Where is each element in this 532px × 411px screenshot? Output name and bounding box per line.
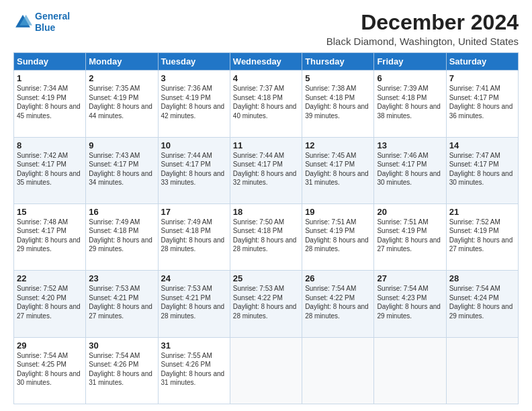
- day-info: Sunrise: 7:39 AMSunset: 4:18 PMDaylight:…: [377, 85, 441, 120]
- calendar-cell: 27 Sunrise: 7:54 AMSunset: 4:23 PMDaylig…: [374, 271, 446, 337]
- day-number: 26: [305, 273, 371, 283]
- calendar-cell: 21 Sunrise: 7:52 AMSunset: 4:19 PMDaylig…: [446, 203, 518, 270]
- day-number: 20: [377, 207, 443, 217]
- day-info: Sunrise: 7:36 AMSunset: 4:19 PMDaylight:…: [161, 85, 225, 120]
- calendar-cell: 28 Sunrise: 7:54 AMSunset: 4:24 PMDaylig…: [446, 271, 518, 337]
- calendar-cell: 5 Sunrise: 7:38 AMSunset: 4:18 PMDayligh…: [302, 71, 374, 137]
- calendar-cell: 10 Sunrise: 7:44 AMSunset: 4:17 PMDaylig…: [158, 137, 230, 203]
- day-number: 18: [233, 207, 299, 217]
- day-info: Sunrise: 7:54 AMSunset: 4:23 PMDaylight:…: [377, 285, 441, 320]
- day-number: 16: [89, 207, 154, 217]
- day-info: Sunrise: 7:35 AMSunset: 4:19 PMDaylight:…: [89, 85, 152, 120]
- calendar-header-thursday: Thursday: [302, 53, 374, 71]
- calendar-cell: 8 Sunrise: 7:42 AMSunset: 4:17 PMDayligh…: [14, 137, 86, 203]
- day-number: 25: [233, 273, 299, 283]
- calendar-cell: 30 Sunrise: 7:54 AMSunset: 4:26 PMDaylig…: [86, 337, 158, 404]
- calendar-cell: 20 Sunrise: 7:51 AMSunset: 4:19 PMDaylig…: [374, 203, 446, 270]
- calendar-header-saturday: Saturday: [446, 53, 518, 71]
- title-block: December 2024 Black Diamond, Washington,…: [326, 11, 519, 47]
- calendar-week-5: 29 Sunrise: 7:54 AMSunset: 4:25 PMDaylig…: [14, 337, 519, 404]
- day-number: 24: [161, 273, 227, 283]
- day-info: Sunrise: 7:38 AMSunset: 4:18 PMDaylight:…: [305, 85, 369, 120]
- header: General Blue December 2024 Black Diamond…: [13, 11, 519, 47]
- day-number: 7: [449, 73, 515, 83]
- day-number: 3: [161, 73, 227, 83]
- day-info: Sunrise: 7:51 AMSunset: 4:19 PMDaylight:…: [305, 218, 369, 253]
- logo-icon: [13, 13, 32, 32]
- day-info: Sunrise: 7:34 AMSunset: 4:19 PMDaylight:…: [17, 85, 81, 120]
- day-info: Sunrise: 7:54 AMSunset: 4:22 PMDaylight:…: [305, 285, 369, 320]
- day-info: Sunrise: 7:55 AMSunset: 4:26 PMDaylight:…: [161, 352, 225, 387]
- calendar-cell: 31 Sunrise: 7:55 AMSunset: 4:26 PMDaylig…: [158, 337, 230, 404]
- calendar-cell: 29 Sunrise: 7:54 AMSunset: 4:25 PMDaylig…: [14, 337, 86, 404]
- day-number: 29: [17, 340, 83, 351]
- calendar-cell: 25 Sunrise: 7:53 AMSunset: 4:22 PMDaylig…: [230, 271, 302, 337]
- day-info: Sunrise: 7:53 AMSunset: 4:21 PMDaylight:…: [89, 285, 152, 320]
- day-info: Sunrise: 7:41 AMSunset: 4:17 PMDaylight:…: [449, 85, 513, 120]
- day-number: 1: [17, 73, 83, 83]
- day-number: 6: [377, 73, 443, 83]
- day-number: 27: [377, 273, 443, 283]
- calendar-cell: 14 Sunrise: 7:47 AMSunset: 4:17 PMDaylig…: [446, 137, 518, 203]
- calendar-week-4: 22 Sunrise: 7:52 AMSunset: 4:20 PMDaylig…: [14, 271, 519, 337]
- day-info: Sunrise: 7:49 AMSunset: 4:18 PMDaylight:…: [89, 218, 152, 253]
- day-number: 10: [161, 140, 227, 150]
- day-number: 11: [233, 140, 299, 150]
- calendar-cell: 18 Sunrise: 7:50 AMSunset: 4:18 PMDaylig…: [230, 203, 302, 270]
- day-number: 22: [17, 273, 83, 283]
- day-info: Sunrise: 7:48 AMSunset: 4:17 PMDaylight:…: [17, 218, 81, 253]
- logo-line2: Blue: [35, 22, 55, 33]
- day-number: 21: [449, 207, 515, 217]
- day-number: 5: [305, 73, 371, 83]
- calendar-cell: 15 Sunrise: 7:48 AMSunset: 4:17 PMDaylig…: [14, 203, 86, 270]
- day-info: Sunrise: 7:43 AMSunset: 4:17 PMDaylight:…: [89, 152, 152, 187]
- calendar-header-wednesday: Wednesday: [230, 53, 302, 71]
- day-info: Sunrise: 7:42 AMSunset: 4:17 PMDaylight:…: [17, 152, 81, 187]
- calendar-week-3: 15 Sunrise: 7:48 AMSunset: 4:17 PMDaylig…: [14, 203, 519, 270]
- day-number: 8: [17, 140, 83, 150]
- day-number: 2: [89, 73, 154, 83]
- subtitle: Black Diamond, Washington, United States: [326, 36, 519, 47]
- calendar-cell: 2 Sunrise: 7:35 AMSunset: 4:19 PMDayligh…: [86, 71, 158, 137]
- day-info: Sunrise: 7:53 AMSunset: 4:22 PMDaylight:…: [233, 285, 297, 320]
- day-number: 12: [305, 140, 371, 150]
- day-info: Sunrise: 7:44 AMSunset: 4:17 PMDaylight:…: [161, 152, 225, 187]
- calendar-table: SundayMondayTuesdayWednesdayThursdayFrid…: [13, 52, 519, 404]
- day-number: 13: [377, 140, 443, 150]
- page: General Blue December 2024 Black Diamond…: [0, 0, 532, 411]
- calendar-cell: 4 Sunrise: 7:37 AMSunset: 4:18 PMDayligh…: [230, 71, 302, 137]
- day-info: Sunrise: 7:45 AMSunset: 4:17 PMDaylight:…: [305, 152, 369, 187]
- day-info: Sunrise: 7:50 AMSunset: 4:18 PMDaylight:…: [233, 218, 297, 253]
- calendar-cell: 23 Sunrise: 7:53 AMSunset: 4:21 PMDaylig…: [86, 271, 158, 337]
- calendar-cell: 26 Sunrise: 7:54 AMSunset: 4:22 PMDaylig…: [302, 271, 374, 337]
- calendar-header-tuesday: Tuesday: [158, 53, 230, 71]
- day-info: Sunrise: 7:52 AMSunset: 4:20 PMDaylight:…: [17, 285, 81, 320]
- calendar-cell: 24 Sunrise: 7:53 AMSunset: 4:21 PMDaylig…: [158, 271, 230, 337]
- day-info: Sunrise: 7:37 AMSunset: 4:18 PMDaylight:…: [233, 85, 297, 120]
- calendar-cell: 17 Sunrise: 7:49 AMSunset: 4:18 PMDaylig…: [158, 203, 230, 270]
- calendar-cell: 22 Sunrise: 7:52 AMSunset: 4:20 PMDaylig…: [14, 271, 86, 337]
- day-info: Sunrise: 7:47 AMSunset: 4:17 PMDaylight:…: [449, 152, 513, 187]
- day-info: Sunrise: 7:44 AMSunset: 4:17 PMDaylight:…: [233, 152, 297, 187]
- day-info: Sunrise: 7:52 AMSunset: 4:19 PMDaylight:…: [449, 218, 513, 253]
- calendar-cell: 13 Sunrise: 7:46 AMSunset: 4:17 PMDaylig…: [374, 137, 446, 203]
- day-info: Sunrise: 7:53 AMSunset: 4:21 PMDaylight:…: [161, 285, 225, 320]
- logo-text: General Blue: [35, 11, 70, 34]
- day-number: 19: [305, 207, 371, 217]
- day-number: 15: [17, 207, 83, 217]
- day-info: Sunrise: 7:51 AMSunset: 4:19 PMDaylight:…: [377, 218, 441, 253]
- calendar-cell: 12 Sunrise: 7:45 AMSunset: 4:17 PMDaylig…: [302, 137, 374, 203]
- calendar-header-friday: Friday: [374, 53, 446, 71]
- calendar-cell: 16 Sunrise: 7:49 AMSunset: 4:18 PMDaylig…: [86, 203, 158, 270]
- day-info: Sunrise: 7:54 AMSunset: 4:26 PMDaylight:…: [89, 352, 152, 387]
- day-info: Sunrise: 7:46 AMSunset: 4:17 PMDaylight:…: [377, 152, 441, 187]
- day-info: Sunrise: 7:54 AMSunset: 4:25 PMDaylight:…: [17, 352, 81, 387]
- calendar-cell: [374, 337, 446, 404]
- calendar-cell: 7 Sunrise: 7:41 AMSunset: 4:17 PMDayligh…: [446, 71, 518, 137]
- calendar-header-monday: Monday: [86, 53, 158, 71]
- calendar-cell: [302, 337, 374, 404]
- calendar-body: 1 Sunrise: 7:34 AMSunset: 4:19 PMDayligh…: [14, 71, 519, 404]
- calendar-cell: [446, 337, 518, 404]
- calendar-week-2: 8 Sunrise: 7:42 AMSunset: 4:17 PMDayligh…: [14, 137, 519, 203]
- day-number: 30: [89, 340, 154, 351]
